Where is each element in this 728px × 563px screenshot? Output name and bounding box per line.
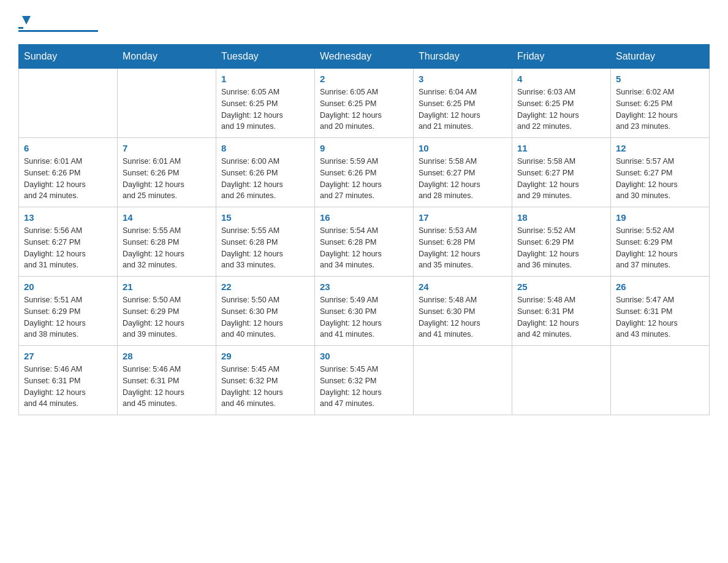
header-monday: Monday <box>118 45 216 69</box>
calendar-cell <box>118 69 216 138</box>
day-info: Sunrise: 5:58 AMSunset: 6:27 PMDaylight:… <box>419 156 507 202</box>
day-info: Sunrise: 5:46 AMSunset: 6:31 PMDaylight:… <box>24 364 112 410</box>
day-info: Sunrise: 6:05 AMSunset: 6:25 PMDaylight:… <box>320 86 408 132</box>
day-number: 3 <box>419 74 507 84</box>
day-number: 20 <box>24 282 112 292</box>
day-info: Sunrise: 5:45 AMSunset: 6:32 PMDaylight:… <box>221 364 309 410</box>
day-info: Sunrise: 6:04 AMSunset: 6:25 PMDaylight:… <box>419 86 507 132</box>
day-info: Sunrise: 5:52 AMSunset: 6:29 PMDaylight:… <box>616 225 704 271</box>
header-wednesday: Wednesday <box>315 45 414 69</box>
day-info: Sunrise: 5:57 AMSunset: 6:27 PMDaylight:… <box>616 156 704 202</box>
calendar-cell: 1Sunrise: 6:05 AMSunset: 6:25 PMDaylight… <box>216 69 315 138</box>
day-info: Sunrise: 5:58 AMSunset: 6:27 PMDaylight:… <box>517 156 605 202</box>
day-number: 8 <box>221 143 309 153</box>
calendar-cell: 6Sunrise: 6:01 AMSunset: 6:26 PMDaylight… <box>19 138 118 207</box>
calendar-cell: 5Sunrise: 6:02 AMSunset: 6:25 PMDaylight… <box>611 69 710 138</box>
calendar-cell: 21Sunrise: 5:50 AMSunset: 6:29 PMDayligh… <box>118 277 216 346</box>
day-number: 19 <box>616 212 704 223</box>
day-info: Sunrise: 5:45 AMSunset: 6:32 PMDaylight:… <box>320 364 408 410</box>
calendar-week-3: 13Sunrise: 5:56 AMSunset: 6:27 PMDayligh… <box>19 207 710 277</box>
day-info: Sunrise: 5:51 AMSunset: 6:29 PMDaylight:… <box>24 294 112 340</box>
day-number: 4 <box>517 74 605 84</box>
calendar-cell: 3Sunrise: 6:04 AMSunset: 6:25 PMDaylight… <box>414 69 512 138</box>
day-number: 22 <box>221 282 309 292</box>
calendar-cell: 25Sunrise: 5:48 AMSunset: 6:31 PMDayligh… <box>512 277 611 346</box>
day-number: 30 <box>320 351 408 361</box>
calendar-table: SundayMondayTuesdayWednesdayThursdayFrid… <box>18 44 710 415</box>
calendar-cell: 9Sunrise: 5:59 AMSunset: 6:26 PMDaylight… <box>315 138 414 207</box>
day-number: 15 <box>221 212 309 223</box>
day-info: Sunrise: 5:55 AMSunset: 6:28 PMDaylight:… <box>221 225 309 271</box>
calendar-cell: 8Sunrise: 6:00 AMSunset: 6:26 PMDaylight… <box>216 138 315 207</box>
calendar-cell: 28Sunrise: 5:46 AMSunset: 6:31 PMDayligh… <box>118 346 216 415</box>
header-tuesday: Tuesday <box>216 45 315 69</box>
calendar-cell: 20Sunrise: 5:51 AMSunset: 6:29 PMDayligh… <box>19 277 118 346</box>
day-number: 12 <box>616 143 704 153</box>
day-number: 10 <box>419 143 507 153</box>
calendar-cell: 30Sunrise: 5:45 AMSunset: 6:32 PMDayligh… <box>315 346 414 415</box>
day-info: Sunrise: 5:55 AMSunset: 6:28 PMDaylight:… <box>123 225 211 271</box>
header-friday: Friday <box>512 45 611 69</box>
calendar-cell: 19Sunrise: 5:52 AMSunset: 6:29 PMDayligh… <box>611 207 710 277</box>
day-number: 2 <box>320 74 408 84</box>
day-info: Sunrise: 6:01 AMSunset: 6:26 PMDaylight:… <box>123 156 211 202</box>
day-info: Sunrise: 5:59 AMSunset: 6:26 PMDaylight:… <box>320 156 408 202</box>
day-info: Sunrise: 5:54 AMSunset: 6:28 PMDaylight:… <box>320 225 408 271</box>
day-info: Sunrise: 5:48 AMSunset: 6:30 PMDaylight:… <box>419 294 507 340</box>
calendar-header-row: SundayMondayTuesdayWednesdayThursdayFrid… <box>19 45 710 69</box>
calendar-cell: 29Sunrise: 5:45 AMSunset: 6:32 PMDayligh… <box>216 346 315 415</box>
day-number: 24 <box>419 282 507 292</box>
day-info: Sunrise: 5:46 AMSunset: 6:31 PMDaylight:… <box>123 364 211 410</box>
day-number: 16 <box>320 212 408 223</box>
day-info: Sunrise: 5:49 AMSunset: 6:30 PMDaylight:… <box>320 294 408 340</box>
day-number: 7 <box>123 143 211 153</box>
day-number: 9 <box>320 143 408 153</box>
calendar-cell <box>611 346 710 415</box>
calendar-cell: 27Sunrise: 5:46 AMSunset: 6:31 PMDayligh… <box>19 346 118 415</box>
calendar-week-2: 6Sunrise: 6:01 AMSunset: 6:26 PMDaylight… <box>19 138 710 207</box>
day-number: 28 <box>123 351 211 361</box>
calendar-cell: 10Sunrise: 5:58 AMSunset: 6:27 PMDayligh… <box>414 138 512 207</box>
day-info: Sunrise: 6:02 AMSunset: 6:25 PMDaylight:… <box>616 86 704 132</box>
day-number: 5 <box>616 74 704 84</box>
header-saturday: Saturday <box>611 45 710 69</box>
day-number: 27 <box>24 351 112 361</box>
calendar-cell: 23Sunrise: 5:49 AMSunset: 6:30 PMDayligh… <box>315 277 414 346</box>
day-info: Sunrise: 5:47 AMSunset: 6:31 PMDaylight:… <box>616 294 704 340</box>
calendar-cell: 4Sunrise: 6:03 AMSunset: 6:25 PMDaylight… <box>512 69 611 138</box>
calendar-week-4: 20Sunrise: 5:51 AMSunset: 6:29 PMDayligh… <box>19 277 710 346</box>
day-number: 18 <box>517 212 605 223</box>
calendar-cell: 24Sunrise: 5:48 AMSunset: 6:30 PMDayligh… <box>414 277 512 346</box>
day-info: Sunrise: 5:56 AMSunset: 6:27 PMDaylight:… <box>24 225 112 271</box>
day-info: Sunrise: 6:05 AMSunset: 6:25 PMDaylight:… <box>221 86 309 132</box>
day-number: 23 <box>320 282 408 292</box>
header-sunday: Sunday <box>19 45 118 69</box>
day-info: Sunrise: 5:52 AMSunset: 6:29 PMDaylight:… <box>517 225 605 271</box>
day-info: Sunrise: 6:03 AMSunset: 6:25 PMDaylight:… <box>517 86 605 132</box>
calendar-week-1: 1Sunrise: 6:05 AMSunset: 6:25 PMDaylight… <box>19 69 710 138</box>
day-info: Sunrise: 5:50 AMSunset: 6:30 PMDaylight:… <box>221 294 309 340</box>
day-number: 26 <box>616 282 704 292</box>
logo-triangle-icon <box>20 13 33 27</box>
header-thursday: Thursday <box>414 45 512 69</box>
day-info: Sunrise: 5:48 AMSunset: 6:31 PMDaylight:… <box>517 294 605 340</box>
calendar-cell: 2Sunrise: 6:05 AMSunset: 6:25 PMDaylight… <box>315 69 414 138</box>
calendar-cell: 26Sunrise: 5:47 AMSunset: 6:31 PMDayligh… <box>611 277 710 346</box>
calendar-cell: 11Sunrise: 5:58 AMSunset: 6:27 PMDayligh… <box>512 138 611 207</box>
day-number: 25 <box>517 282 605 292</box>
calendar-cell <box>512 346 611 415</box>
day-number: 13 <box>24 212 112 223</box>
calendar-cell: 22Sunrise: 5:50 AMSunset: 6:30 PMDayligh… <box>216 277 315 346</box>
calendar-cell: 17Sunrise: 5:53 AMSunset: 6:28 PMDayligh… <box>414 207 512 277</box>
day-info: Sunrise: 5:50 AMSunset: 6:29 PMDaylight:… <box>123 294 211 340</box>
day-number: 21 <box>123 282 211 292</box>
day-info: Sunrise: 5:53 AMSunset: 6:28 PMDaylight:… <box>419 225 507 271</box>
day-info: Sunrise: 6:00 AMSunset: 6:26 PMDaylight:… <box>221 156 309 202</box>
calendar-week-5: 27Sunrise: 5:46 AMSunset: 6:31 PMDayligh… <box>19 346 710 415</box>
day-number: 1 <box>221 74 309 84</box>
day-number: 17 <box>419 212 507 223</box>
calendar-cell: 13Sunrise: 5:56 AMSunset: 6:27 PMDayligh… <box>19 207 118 277</box>
logo <box>18 12 98 32</box>
calendar-cell: 15Sunrise: 5:55 AMSunset: 6:28 PMDayligh… <box>216 207 315 277</box>
calendar-cell <box>19 69 118 138</box>
